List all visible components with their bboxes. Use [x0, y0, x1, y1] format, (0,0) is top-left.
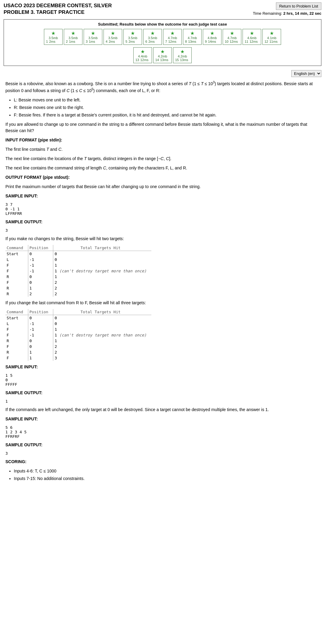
test-case-4: ★3.5mb42ms: [104, 29, 122, 45]
td-total: 1: [53, 338, 151, 344]
tc-time: 1ms: [69, 40, 75, 43]
tc-time: 12ms: [140, 58, 148, 62]
star-icon: ★: [135, 49, 150, 54]
tc-num-time: 1312ms: [135, 58, 150, 62]
tc-size: 3.5mb: [46, 36, 60, 40]
td-total: 3: [53, 355, 151, 361]
table-row: F-11 (can't destroy target more than onc…: [5, 332, 151, 338]
tc-size: 3.5mb: [106, 36, 120, 40]
test-case-13: ★4.4mb1312ms: [133, 47, 152, 63]
test-case-7: ★4.7mb712ms: [163, 29, 182, 45]
tc-num: 3: [86, 40, 88, 43]
test-case-8: ★4.7mb813ms: [183, 29, 202, 45]
td-position: -1: [28, 268, 53, 274]
table-row: F02: [5, 344, 151, 349]
td-position: -1: [28, 257, 53, 262]
command-L: L: Bessie moves one unit to the left.: [14, 97, 320, 103]
tc-num-time: 1211ms: [265, 40, 279, 43]
tc-time: 14ms: [208, 40, 216, 43]
sample-output-2-title: SAMPLE OUTPUT:: [5, 390, 320, 396]
td-position: -1: [28, 262, 53, 268]
return-button[interactable]: Return to Problem List: [276, 2, 321, 10]
sample-input-1: 3 7 0 -1 1 LFFRFRR: [5, 202, 320, 216]
tc-size: 4.7mb: [165, 36, 180, 40]
td-command: Start: [5, 315, 28, 321]
timer: Time Remaining: 2 hrs, 14 min, 22 sec: [253, 11, 321, 16]
td-command: R: [5, 338, 28, 344]
sample-output-2: 1: [5, 399, 320, 404]
td-total: 1: [53, 262, 151, 268]
tc-num: 7: [165, 40, 167, 43]
test-case-6: ★3.5mb62ms: [143, 29, 162, 45]
star-icon: ★: [175, 49, 190, 54]
td-total: 2: [53, 285, 151, 291]
td-total: 1 (can't destroy target more than once): [53, 268, 151, 274]
tc-size: 4.1mb: [265, 36, 279, 40]
star-icon: ★: [106, 30, 120, 36]
tc-time: 2ms: [109, 40, 115, 43]
tc-num-time: 1112ms: [245, 40, 259, 43]
td-total: 2: [53, 349, 151, 355]
tc-num-time: 1513ms: [175, 58, 190, 62]
td-command: F: [5, 280, 28, 285]
table-row: R01: [5, 338, 151, 344]
test-case-14: ★4.2mb1413ms: [153, 47, 172, 63]
table-row: F13: [5, 355, 151, 361]
table-row: F02: [5, 280, 151, 285]
td-command: F: [5, 332, 28, 338]
td-command: Start: [5, 251, 28, 257]
sample-input-3: 5 6 1 2 3 4 5 FFRFRF: [5, 425, 320, 439]
tc-size: 3.5mb: [86, 36, 100, 40]
explanation-1: If you make no changes to the string, Be…: [5, 236, 320, 242]
tc-time: 11ms: [269, 40, 277, 43]
tc-num-time: 1012ms: [225, 40, 239, 43]
table-row: F-11: [5, 327, 151, 332]
tc-size: 4.6mb: [245, 36, 259, 40]
td-command: R: [5, 291, 28, 297]
td-total: 1: [53, 327, 151, 332]
explanation-2: If you change the last command from R to…: [5, 300, 320, 306]
tc-num: 10: [225, 40, 228, 43]
tc-num: 15: [175, 58, 179, 62]
tc-num: 5: [125, 40, 127, 43]
tc-num: 8: [185, 40, 187, 43]
td-total: 0: [53, 321, 151, 327]
td-total: 2: [53, 291, 151, 297]
tc-time: 13ms: [180, 58, 188, 62]
td-command: L: [5, 257, 28, 262]
td-position: 0: [28, 251, 53, 257]
star-icon: ★: [125, 30, 140, 36]
td-position: -1: [28, 327, 53, 332]
tc-num: 11: [245, 40, 248, 43]
test-case-11: ★4.6mb1112ms: [243, 29, 261, 45]
tc-size: 4.2mb: [175, 54, 190, 58]
tc-num: 4: [106, 40, 107, 43]
test-case-12: ★4.1mb1211ms: [262, 29, 281, 45]
td-total: 0: [53, 315, 151, 321]
language-select[interactable]: English (en): [291, 70, 321, 77]
tc-num: 2: [66, 40, 68, 43]
td-command: L: [5, 321, 28, 327]
tc-num: 1: [46, 40, 48, 43]
col-total-1: Total Targets Hit: [53, 245, 151, 251]
td-position: 2: [28, 291, 53, 297]
td-command: F: [5, 268, 28, 274]
sample-input-2: 1 5 0 FFFFF: [5, 373, 320, 387]
input-format-title: INPUT FORMAT (pipe stdin):: [5, 137, 320, 143]
td-command: F: [5, 355, 28, 361]
star-icon: ★: [205, 30, 219, 36]
col-position-1: Position: [28, 245, 53, 251]
td-command: F: [5, 262, 28, 268]
note-text: (can't destroy target more than once): [59, 269, 147, 273]
td-command: F: [5, 327, 28, 332]
tc-num: 6: [145, 40, 147, 43]
td-position: 1: [28, 355, 53, 361]
test-cases-row: ★3.5mb12ms★3.5mb21ms★3.5mb31ms★3.5mb42ms…: [6, 29, 319, 63]
tc-time: 12ms: [249, 40, 258, 43]
table-row: R12: [5, 349, 151, 355]
tc-num: 12: [265, 40, 268, 43]
scoring-list: Inputs 4-6: T, C ≤ 1000Inputs 7-15: No a…: [14, 468, 320, 482]
sample-input-1-title: SAMPLE INPUT:: [5, 193, 320, 199]
explanation-3: If the commands are left unchanged, the …: [5, 407, 320, 413]
tc-num-time: 1413ms: [155, 58, 170, 62]
